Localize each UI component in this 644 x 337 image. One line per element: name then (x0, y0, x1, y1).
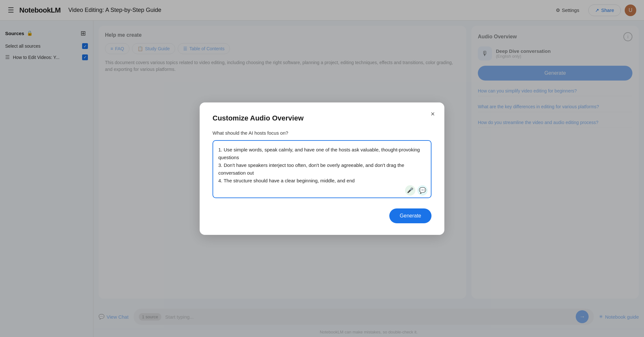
modal-textarea-wrapper: 🎤 💬 (213, 140, 431, 199)
modal-title: Customize Audio Overview (213, 114, 431, 122)
modal-generate-button[interactable]: Generate (389, 208, 431, 223)
mic-icon: 🎤 (405, 185, 415, 196)
modal-footer: Generate (213, 208, 431, 223)
customize-audio-modal: × Customize Audio Overview What should t… (200, 102, 444, 235)
modal-overlay: × Customize Audio Overview What should t… (0, 0, 644, 337)
modal-textarea[interactable] (213, 140, 431, 198)
modal-question-label: What should the AI hosts focus on? (213, 130, 431, 136)
modal-close-button[interactable]: × (428, 109, 438, 119)
chat-bubble-icon: 💬 (417, 185, 428, 196)
modal-textarea-icons: 🎤 💬 (405, 185, 428, 196)
